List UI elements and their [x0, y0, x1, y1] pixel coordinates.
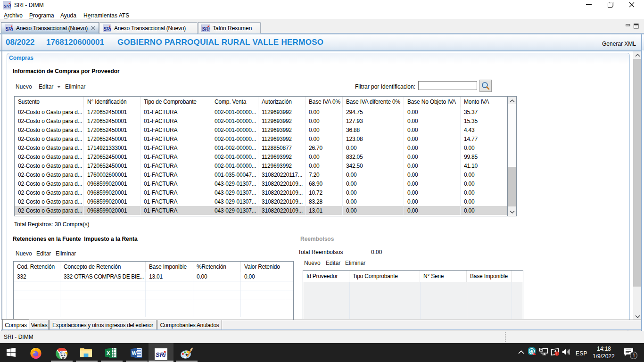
svg-text:SRi: SRi [5, 26, 13, 31]
svg-text:SRi: SRi [202, 26, 210, 31]
svg-text:SRi: SRi [103, 26, 111, 31]
svg-text:W: W [132, 350, 137, 356]
svg-text:e: e [530, 348, 533, 354]
svg-text:SRi: SRi [3, 3, 11, 8]
svg-text:1: 1 [633, 353, 636, 358]
svg-text:X: X [107, 350, 110, 356]
